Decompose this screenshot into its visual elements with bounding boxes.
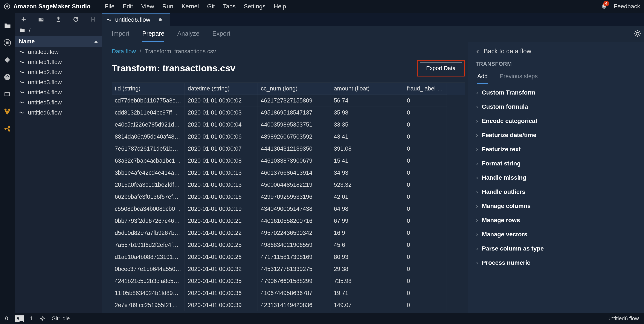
table-row[interactable]: c5508ebca34b008dcb0…2020-01-01 00:00:194… bbox=[112, 203, 465, 215]
tab-import[interactable]: Import bbox=[112, 30, 129, 42]
path-breadcrumb[interactable]: / bbox=[15, 25, 102, 36]
column-header[interactable]: fraud_label (long) bbox=[404, 83, 447, 95]
column-header[interactable]: cc_num (long) bbox=[258, 83, 331, 95]
menu-file[interactable]: File bbox=[105, 3, 114, 10]
svg-point-16 bbox=[636, 32, 639, 35]
table-row[interactable]: 3bb1e4afe42cd4e414a…2020-01-01 00:00:134… bbox=[112, 167, 465, 179]
cell: 4790676601588299 bbox=[258, 275, 331, 287]
folder-icon[interactable] bbox=[4, 22, 12, 30]
cell: 4241b21c5d2b3cfa8c5… bbox=[112, 275, 185, 287]
extensions-icon[interactable] bbox=[4, 91, 12, 98]
column-header[interactable]: amount (float) bbox=[331, 83, 404, 95]
new-launcher-icon[interactable] bbox=[20, 16, 27, 23]
git-pull-icon[interactable] bbox=[90, 16, 96, 23]
tab-analyze[interactable]: Analyze bbox=[177, 30, 199, 42]
file-item[interactable]: untitled2.flow bbox=[15, 67, 102, 77]
menu-kernel[interactable]: Kernel bbox=[182, 3, 199, 10]
stop-icon[interactable] bbox=[4, 39, 12, 47]
menu-git[interactable]: Git bbox=[207, 3, 215, 10]
pipeline-icon[interactable] bbox=[4, 108, 12, 116]
notifications-button[interactable]: 4 bbox=[601, 3, 607, 10]
table-row[interactable]: 63a32c7bab4acba1bc1…2020-01-01 00:00:084… bbox=[112, 155, 465, 167]
tab-export[interactable]: Export bbox=[212, 30, 230, 42]
table-row[interactable]: 0bb7793f2dd67267c46…2020-01-01 00:00:214… bbox=[112, 215, 465, 227]
table-row[interactable]: cd77deb0b6110775a8c…2020-01-01 00:00:024… bbox=[112, 95, 465, 107]
breadcrumb-link[interactable]: Data flow bbox=[112, 48, 136, 54]
cell: 7e61787c26171de51b… bbox=[112, 143, 185, 155]
file-item[interactable]: untitled1.flow bbox=[15, 57, 102, 67]
file-item[interactable]: untitled5.flow bbox=[15, 98, 102, 108]
status-gear-icon[interactable] bbox=[40, 316, 45, 322]
column-header[interactable]: datetime (string) bbox=[185, 83, 258, 95]
upload-icon[interactable] bbox=[56, 16, 62, 23]
table-row[interactable]: d1ab10a4b088723191…2020-01-01 00:00:2647… bbox=[112, 251, 465, 263]
file-item[interactable]: untitled.flow bbox=[15, 47, 102, 57]
file-item[interactable]: untitled6.flow bbox=[15, 108, 102, 118]
transform-label: Featurize text bbox=[482, 146, 521, 153]
tab-prepare[interactable]: Prepare bbox=[142, 30, 164, 42]
cell: 64.98 bbox=[331, 203, 404, 215]
subtab-previous-steps[interactable]: Previous steps bbox=[500, 70, 538, 84]
table-row[interactable]: 7e61787c26171de51b…2020-01-01 00:00:0744… bbox=[112, 143, 465, 155]
export-data-button[interactable]: Export Data bbox=[420, 62, 462, 74]
transform-item[interactable]: ›Handle outliers bbox=[474, 186, 638, 198]
file-list-header[interactable]: Name bbox=[15, 36, 102, 47]
status-num-left[interactable]: 0 bbox=[5, 316, 8, 322]
transform-item[interactable]: ›Format string bbox=[474, 157, 638, 170]
transform-item[interactable]: ›Featurize date/time bbox=[474, 129, 638, 142]
menu-tabs[interactable]: Tabs bbox=[223, 3, 236, 10]
menu-settings[interactable]: Settings bbox=[244, 3, 266, 10]
settings-gear-icon[interactable] bbox=[633, 30, 642, 38]
transform-item[interactable]: ›Encode categorical bbox=[474, 114, 638, 128]
transform-item[interactable]: ›Manage columns bbox=[474, 200, 638, 212]
menu-help[interactable]: Help bbox=[274, 3, 286, 10]
file-item[interactable]: untitled3.flow bbox=[15, 77, 102, 88]
transform-item[interactable]: ›Custom Transform bbox=[474, 86, 638, 99]
main-menu-bar: FileEditViewRunKernelGitTabsSettingsHelp bbox=[105, 3, 286, 10]
feedback-link[interactable]: Feedback bbox=[614, 3, 640, 10]
table-row[interactable]: e40c5af226e785d921d…2020-01-01 00:00:044… bbox=[112, 119, 465, 131]
components-icon[interactable] bbox=[4, 125, 12, 133]
menu-edit[interactable]: Edit bbox=[123, 3, 133, 10]
palette-icon[interactable] bbox=[4, 74, 12, 81]
cell: 2020-01-01 00:00:32 bbox=[185, 263, 258, 275]
table-row[interactable]: 8814da06a95dd40af48…2020-01-01 00:00:064… bbox=[112, 131, 465, 143]
new-folder-icon[interactable] bbox=[38, 16, 44, 23]
transform-item[interactable]: ›Handle missing bbox=[474, 171, 638, 184]
git-status[interactable]: Git: idle bbox=[52, 316, 70, 322]
file-item[interactable]: untitled4.flow bbox=[15, 88, 102, 98]
cell: d5de0d82e7a7fb9267b… bbox=[112, 227, 185, 239]
column-header[interactable]: tid (string) bbox=[112, 83, 185, 95]
transform-item[interactable]: ›Manage vectors bbox=[474, 228, 638, 241]
status-filename[interactable]: untitled6.flow bbox=[608, 316, 639, 322]
table-row[interactable]: 662b9bafe3f0136f67ef…2020-01-01 00:00:16… bbox=[112, 191, 465, 203]
chevron-right-icon: › bbox=[476, 118, 478, 124]
subtab-add[interactable]: Add bbox=[477, 70, 488, 84]
transform-item[interactable]: ›Parse column as type bbox=[474, 242, 638, 255]
menu-view[interactable]: View bbox=[141, 3, 154, 10]
table-row[interactable]: cdd8132b11e04bc97ff…2020-01-01 00:00:034… bbox=[112, 107, 465, 119]
table-row[interactable]: 7a557b191f6d2f2efe4f…2020-01-01 00:00:25… bbox=[112, 239, 465, 251]
back-to-flow-button[interactable]: Back to data flow bbox=[468, 42, 644, 61]
transform-item[interactable]: ›Custom formula bbox=[474, 100, 638, 113]
table-row[interactable]: d5de0d82e7a7fb9267b…2020-01-01 00:00:224… bbox=[112, 227, 465, 239]
menu-run[interactable]: Run bbox=[162, 3, 173, 10]
table-row[interactable]: 2015a0fea3c1d1be2fdf…2020-01-01 00:00:13… bbox=[112, 179, 465, 191]
transform-item[interactable]: ›Process numeric bbox=[474, 256, 638, 269]
refresh-icon[interactable] bbox=[73, 16, 79, 23]
transform-item[interactable]: ›Featurize text bbox=[474, 143, 638, 156]
file-tab[interactable]: untitled6.flow bbox=[102, 13, 170, 26]
file-name: untitled3.flow bbox=[28, 79, 62, 86]
cell: 2e7e789fcc251955f21… bbox=[112, 299, 185, 311]
terminal-icon[interactable]: $_ bbox=[14, 316, 24, 322]
status-num-1[interactable]: 1 bbox=[30, 316, 33, 322]
cell: 29.38 bbox=[331, 263, 404, 275]
git-icon[interactable] bbox=[4, 56, 12, 64]
table-row[interactable]: 4241b21c5d2b3cfa8c5…2020-01-01 00:00:354… bbox=[112, 275, 465, 287]
table-row[interactable]: 0bcec377e1bb644a550…2020-01-01 00:00:324… bbox=[112, 263, 465, 275]
transform-item[interactable]: ›Manage rows bbox=[474, 214, 638, 227]
table-row[interactable]: 11f05b8634024b1fd89…2020-01-01 00:00:364… bbox=[112, 287, 465, 299]
chevron-right-icon: › bbox=[476, 202, 478, 210]
table-row[interactable]: 2e7e789fcc251955f21…2020-01-01 00:00:394… bbox=[112, 299, 465, 311]
cell: 4717115817398169 bbox=[258, 251, 331, 263]
